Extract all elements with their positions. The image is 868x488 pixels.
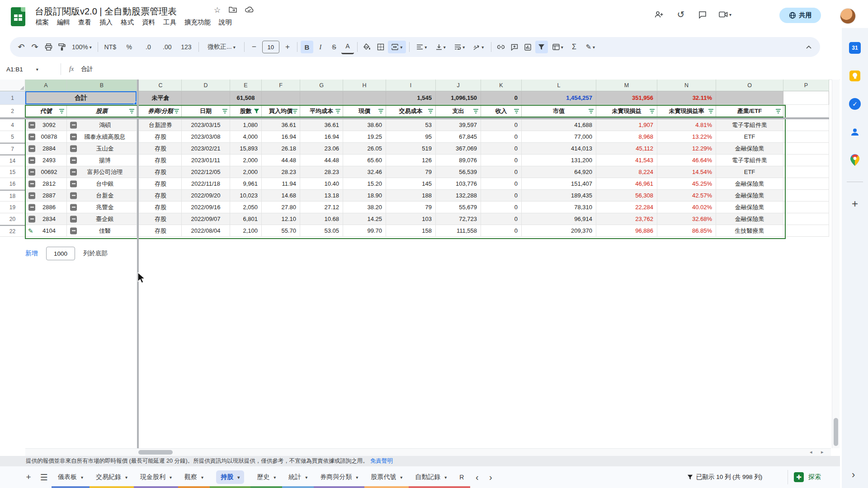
summary-unrealized-pct[interactable]: 32.11% — [657, 91, 716, 105]
insert-comment-icon[interactable] — [508, 41, 521, 53]
rail-collapse-icon[interactable]: › — [852, 469, 855, 481]
sheet-tab-現金股利[interactable]: 現金股利▾ — [134, 466, 178, 488]
buy-price-cell[interactable]: 27.80 — [262, 202, 300, 213]
expense-cell[interactable]: 103,776 — [436, 178, 481, 190]
collapse-row-icon[interactable] — [70, 227, 77, 234]
fee-cell[interactable]: 158 — [386, 225, 436, 237]
column-header-G[interactable]: G — [300, 80, 343, 91]
collapse-row-icon[interactable] — [28, 180, 35, 187]
cell-d1[interactable] — [182, 91, 230, 105]
row-header-18[interactable]: 18 — [0, 190, 25, 202]
avg-cost-cell[interactable]: 36.61 — [300, 119, 343, 131]
buy-price-cell[interactable]: 36.61 — [262, 119, 300, 131]
stock-code-cell[interactable]: 2493 — [25, 155, 67, 166]
tab-menu-caret-icon[interactable]: ▾ — [400, 475, 402, 480]
col-header-7[interactable]: 平均成本 — [300, 105, 343, 117]
expense-cell[interactable]: 55,679 — [436, 202, 481, 213]
industry-cell[interactable]: 電子零組件業 — [716, 155, 783, 166]
tab-menu-caret-icon[interactable]: ▾ — [274, 475, 276, 480]
expense-cell[interactable]: 56,539 — [436, 166, 481, 178]
market-value-cell[interactable]: 96,914 — [522, 213, 596, 225]
fee-cell[interactable]: 103 — [386, 213, 436, 225]
explore-button[interactable]: ✚ 探索 — [794, 466, 821, 488]
row-header-16[interactable]: 16 — [0, 178, 25, 190]
collapse-row-icon[interactable] — [70, 133, 77, 140]
current-price-cell[interactable]: 15.20 — [343, 178, 386, 190]
stock-name-cell[interactable]: 鴻碩 — [67, 119, 137, 131]
broker-cell[interactable]: 存股 — [140, 155, 182, 166]
cell-p1[interactable] — [783, 91, 829, 105]
shares-cell[interactable]: 9,961 — [230, 178, 262, 190]
tab-menu-caret-icon[interactable]: ▾ — [444, 475, 447, 480]
unrealized-pl-cell[interactable]: 23,762 — [596, 213, 657, 225]
col-header-3[interactable]: 券商/分類 — [140, 105, 182, 117]
summary-income[interactable]: 0 — [481, 91, 522, 105]
borders-icon[interactable] — [374, 41, 387, 53]
shares-cell[interactable]: 1,080 — [230, 119, 262, 131]
unrealized-pct-cell[interactable]: 40.02% — [657, 202, 716, 213]
income-cell[interactable]: 0 — [481, 225, 522, 237]
stock-name-cell[interactable]: 富邦公司治理 — [67, 166, 137, 178]
add-rows-count-input[interactable]: 1000 — [46, 247, 75, 260]
unrealized-pct-cell[interactable]: 42.57% — [657, 190, 716, 202]
unrealized-pct-cell[interactable]: 13.22% — [657, 131, 716, 143]
summary-unrealized[interactable]: 351,956 — [596, 91, 657, 105]
tasks-icon[interactable]: ✓ — [849, 98, 861, 110]
date-cell[interactable]: 2022/12/05 — [182, 166, 230, 178]
column-header-B[interactable]: B — [67, 80, 137, 91]
income-cell[interactable]: 0 — [481, 143, 522, 155]
industry-cell[interactable]: 金融保險業 — [716, 143, 783, 155]
col-header-14[interactable]: 未實現損益率 — [657, 105, 716, 117]
menu-extensions[interactable]: 擴充功能 — [180, 17, 215, 28]
column-header-I[interactable]: I — [386, 80, 436, 91]
industry-cell[interactable]: 金融保險業 — [716, 202, 783, 213]
fee-cell[interactable]: 145 — [386, 178, 436, 190]
shares-cell[interactable]: 2,100 — [230, 225, 262, 237]
shares-cell[interactable]: 2,000 — [230, 155, 262, 166]
shares-cell[interactable]: 6,801 — [230, 213, 262, 225]
shares-cell[interactable]: 2,000 — [230, 166, 262, 178]
contacts-icon[interactable] — [849, 126, 861, 138]
fee-cell[interactable]: 519 — [386, 143, 436, 155]
buy-price-cell[interactable]: 11.94 — [262, 178, 300, 190]
add-rows-button[interactable]: 新增 — [25, 249, 38, 258]
font-family-select[interactable]: 微軟正...▾ — [202, 41, 241, 53]
unrealized-pct-cell[interactable]: 46.64% — [657, 155, 716, 166]
col-header-9[interactable]: 交易成本 — [386, 105, 436, 117]
date-cell[interactable]: 2022/09/20 — [182, 190, 230, 202]
name-box[interactable]: A1:B1 ▾ — [0, 66, 61, 73]
functions-button[interactable]: Σ — [568, 41, 580, 53]
avg-cost-cell[interactable]: 10.68 — [300, 213, 343, 225]
current-price-cell[interactable]: 32.46 — [343, 166, 386, 178]
unrealized-pl-cell[interactable]: 45,112 — [596, 143, 657, 155]
version-history-icon[interactable]: ↺ — [673, 6, 689, 23]
decrease-decimal-button[interactable]: .0 — [139, 41, 157, 53]
menu-format[interactable]: 格式 — [117, 17, 138, 28]
meet-caret-icon[interactable]: ▾ — [729, 12, 731, 17]
buy-price-cell[interactable]: 28.23 — [262, 166, 300, 178]
row-header-15[interactable]: 15 — [0, 166, 25, 178]
avg-cost-cell[interactable]: 23.06 — [300, 143, 343, 155]
tab-menu-caret-icon[interactable]: ▾ — [201, 475, 203, 480]
row-header-7[interactable]: 7 — [0, 143, 25, 155]
broker-cell[interactable]: 存股 — [140, 178, 182, 190]
cell-p[interactable] — [783, 178, 829, 190]
cell-p[interactable] — [783, 202, 829, 213]
cell-h1[interactable] — [343, 91, 386, 105]
sheet-tab-交易紀錄[interactable]: 交易紀錄▾ — [90, 466, 134, 488]
filter-views-icon[interactable]: ▾ — [549, 41, 567, 53]
tab-menu-caret-icon[interactable]: ▾ — [305, 475, 307, 480]
income-cell[interactable]: 0 — [481, 202, 522, 213]
cell-o1[interactable] — [716, 91, 783, 105]
column-header-M[interactable]: M — [596, 80, 657, 91]
row-header-1[interactable]: 1 — [0, 91, 25, 105]
market-value-cell[interactable]: 151,407 — [522, 178, 596, 190]
select-all-corner[interactable] — [0, 80, 25, 91]
share-button[interactable]: 共用 — [779, 8, 821, 23]
shares-cell[interactable]: 2,050 — [230, 202, 262, 213]
scroll-left-icon[interactable]: ◂ — [810, 449, 812, 455]
tab-menu-caret-icon[interactable]: ▾ — [170, 475, 172, 480]
unrealized-pl-cell[interactable]: 56,308 — [596, 190, 657, 202]
industry-cell[interactable]: 金融保險業 — [716, 190, 783, 202]
column-header-C[interactable]: C — [140, 80, 182, 91]
